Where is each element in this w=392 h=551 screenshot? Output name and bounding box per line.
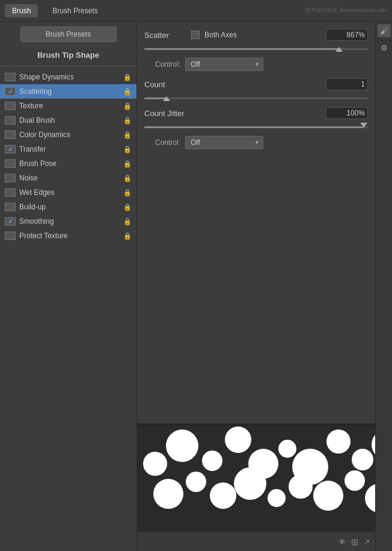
svg-point-22 bbox=[365, 484, 375, 513]
label-noise: Noise bbox=[19, 174, 121, 182]
svg-point-1 bbox=[166, 429, 198, 462]
checkbox-texture[interactable] bbox=[5, 102, 16, 110]
count-label: Count bbox=[144, 80, 326, 89]
count-jitter-slider-thumb bbox=[360, 123, 367, 128]
brush-tip-shape-header: Brush Tip Shape bbox=[0, 47, 136, 64]
label-wet-edges: Wet Edges bbox=[19, 188, 121, 197]
checkbox-noise[interactable] bbox=[5, 174, 16, 182]
checkbox-wet-edges[interactable] bbox=[5, 188, 16, 197]
brush-presets-button[interactable]: Brush Presets bbox=[20, 26, 117, 42]
sidebar-item-wet-edges[interactable]: Wet Edges 🔒 bbox=[0, 185, 136, 200]
sidebar-item-shape-dynamics[interactable]: Shape Dynamics 🔒 bbox=[0, 70, 136, 84]
checkbox-scattering[interactable]: ✓ bbox=[5, 87, 16, 96]
sidebar-item-smoothing[interactable]: ✓ Smoothing 🔒 bbox=[0, 214, 136, 229]
grid-icon[interactable]: ⊞ bbox=[351, 537, 358, 547]
count-slider-thumb bbox=[163, 96, 170, 101]
sidebar-item-transfer[interactable]: ✓ Transfer 🔒 bbox=[0, 142, 136, 156]
lock-icon-transfer: 🔒 bbox=[123, 146, 132, 153]
scatter-slider[interactable] bbox=[144, 43, 368, 54]
tab-brush-presets[interactable]: Brush Presets bbox=[45, 4, 105, 17]
svg-point-14 bbox=[153, 479, 183, 509]
bottom-toolbar: 👁 ⊞ ↗ bbox=[137, 532, 375, 551]
label-scattering: Scattering bbox=[19, 87, 121, 96]
svg-point-19 bbox=[289, 475, 313, 499]
count-value[interactable] bbox=[326, 78, 368, 90]
label-color-dynamics: Color Dynamics bbox=[19, 131, 121, 139]
sidebar-item-dual-brush[interactable]: Dual Brush 🔒 bbox=[0, 113, 136, 128]
count-control-select-wrapper: Off Fade Pen Pressure bbox=[185, 136, 263, 149]
checkmark-smoothing: ✓ bbox=[8, 218, 13, 226]
svg-point-16 bbox=[210, 482, 236, 509]
sidebar-item-texture[interactable]: Texture 🔒 bbox=[0, 99, 136, 113]
svg-point-8 bbox=[352, 449, 373, 470]
eye-icon[interactable]: 👁 bbox=[338, 537, 346, 547]
sidebar-item-brush-pose[interactable]: Brush Pose 🔒 bbox=[0, 156, 136, 171]
sidebar-item-noise[interactable]: Noise 🔒 bbox=[0, 171, 136, 185]
label-texture: Texture bbox=[19, 102, 121, 110]
checkbox-protect-texture[interactable] bbox=[5, 232, 16, 240]
lock-icon-buildup: 🔒 bbox=[123, 203, 132, 211]
scatter-slider-fill bbox=[144, 48, 339, 50]
count-slider[interactable] bbox=[144, 93, 368, 103]
left-panel: Brush Presets Brush Tip Shape Shape Dyna… bbox=[0, 22, 137, 551]
strip-icon-brush[interactable]: 🖌 bbox=[378, 24, 391, 37]
scatter-slider-track bbox=[144, 48, 368, 50]
count-control-row: Control: Off Fade Pen Pressure bbox=[144, 136, 368, 149]
sidebar-item-protect-texture[interactable]: Protect Texture 🔒 bbox=[0, 229, 136, 243]
scatter-value[interactable] bbox=[326, 29, 368, 41]
count-row: Count bbox=[144, 78, 368, 90]
lock-icon-smoothing: 🔒 bbox=[123, 218, 132, 226]
checkbox-smoothing[interactable]: ✓ bbox=[5, 217, 16, 226]
count-jitter-label: Count Jitter bbox=[144, 109, 326, 118]
scatter-label: Scatter bbox=[144, 31, 186, 40]
export-icon[interactable]: ↗ bbox=[363, 537, 370, 547]
both-axes-label: Both Axes bbox=[204, 31, 237, 39]
sidebar-items-list: Shape Dynamics 🔒 ✓ Scattering 🔒 Texture … bbox=[0, 70, 136, 243]
svg-point-17 bbox=[234, 467, 266, 500]
lock-icon-dual-brush: 🔒 bbox=[123, 117, 132, 125]
svg-point-18 bbox=[268, 489, 286, 507]
lock-icon-protect-texture: 🔒 bbox=[123, 232, 132, 240]
checkbox-brush-pose[interactable] bbox=[5, 159, 16, 168]
label-shape-dynamics: Shape Dynamics bbox=[19, 73, 121, 81]
main-layout: Brush Presets Brush Tip Shape Shape Dyna… bbox=[0, 22, 392, 551]
svg-point-21 bbox=[345, 470, 365, 491]
svg-point-2 bbox=[202, 451, 222, 471]
right-panel: Scatter Both Axes Control: Off Fade bbox=[137, 22, 375, 551]
label-brush-pose: Brush Pose bbox=[19, 159, 121, 168]
svg-point-3 bbox=[225, 426, 251, 453]
checkbox-transfer[interactable]: ✓ bbox=[5, 145, 16, 153]
checkbox-shape-dynamics[interactable] bbox=[5, 73, 16, 81]
scatter-control-label: Control: bbox=[144, 60, 180, 69]
scatter-slider-thumb bbox=[335, 47, 343, 52]
count-control-select[interactable]: Off Fade Pen Pressure bbox=[185, 136, 263, 149]
lock-icon-wet-edges: 🔒 bbox=[123, 189, 132, 197]
both-axes-checkbox[interactable] bbox=[191, 31, 200, 39]
top-bar: Brush Brush Presets 思齐设计社区 www.missyuan.… bbox=[0, 0, 392, 22]
svg-point-20 bbox=[313, 481, 343, 511]
scatter-control-select-wrapper: Off Fade Pen Pressure Pen Tilt bbox=[185, 58, 263, 71]
strip-icon-settings[interactable]: ⚙ bbox=[378, 41, 391, 54]
label-transfer: Transfer bbox=[19, 145, 121, 153]
lock-icon-scattering: 🔒 bbox=[123, 88, 132, 96]
svg-point-7 bbox=[326, 429, 351, 454]
lock-icon-brush-pose: 🔒 bbox=[123, 160, 132, 168]
sidebar-item-color-dynamics[interactable]: Color Dynamics 🔒 bbox=[0, 128, 136, 142]
tab-brush[interactable]: Brush bbox=[5, 4, 38, 17]
scatter-control-row: Control: Off Fade Pen Pressure Pen Tilt bbox=[144, 58, 368, 71]
checkbox-color-dynamics[interactable] bbox=[5, 131, 16, 139]
count-jitter-slider[interactable] bbox=[144, 122, 368, 132]
sidebar-item-scattering[interactable]: ✓ Scattering 🔒 bbox=[0, 84, 136, 99]
top-right-area: 思齐设计社区 www.missyuan.com bbox=[305, 7, 387, 14]
label-protect-texture: Protect Texture bbox=[19, 232, 121, 240]
lock-icon-texture: 🔒 bbox=[123, 102, 132, 110]
count-jitter-value[interactable] bbox=[326, 107, 368, 119]
sidebar-item-buildup[interactable]: Build-up 🔒 bbox=[0, 200, 136, 214]
checkbox-dual-brush[interactable] bbox=[5, 116, 16, 125]
label-buildup: Build-up bbox=[19, 203, 121, 211]
svg-point-5 bbox=[278, 440, 296, 458]
checkbox-buildup[interactable] bbox=[5, 203, 16, 211]
svg-point-15 bbox=[186, 472, 206, 492]
brush-preview-svg bbox=[137, 425, 375, 532]
scatter-control-select[interactable]: Off Fade Pen Pressure Pen Tilt bbox=[185, 58, 263, 71]
